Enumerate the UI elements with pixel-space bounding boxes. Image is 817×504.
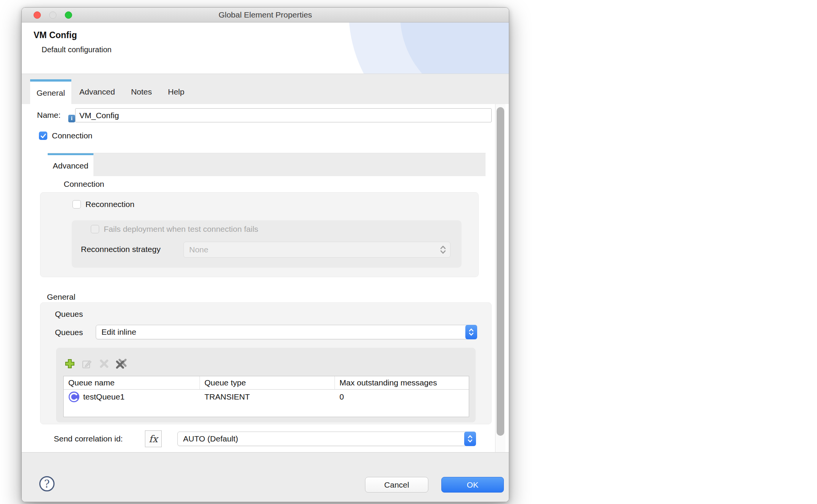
queues-label: Queues xyxy=(55,328,83,337)
name-label: Name: xyxy=(37,111,61,120)
title-bar[interactable]: Global Element Properties xyxy=(22,8,509,22)
queues-mode-select[interactable]: Edit inline xyxy=(96,325,477,339)
minimize-icon xyxy=(49,11,56,19)
connection-checkbox-label: Connection xyxy=(52,131,92,140)
name-input[interactable] xyxy=(75,108,492,122)
reconnection-checkbox-row[interactable]: Reconnection xyxy=(72,200,134,209)
tab-connection-advanced[interactable]: Advanced xyxy=(48,153,93,176)
general-group-label: General xyxy=(47,292,76,302)
fails-deployment-row: Fails deployment when test connection fa… xyxy=(91,225,258,234)
reconnection-strategy-select: None xyxy=(183,242,450,258)
general-tab-content: Name: i Connection Advanced Connection R… xyxy=(22,104,509,452)
tab-general[interactable]: General xyxy=(30,79,71,104)
ok-button[interactable]: OK xyxy=(441,477,504,493)
send-correlation-label: Send correlation id: xyxy=(54,434,123,443)
tab-help[interactable]: Help xyxy=(160,79,192,104)
close-icon[interactable] xyxy=(34,11,41,19)
add-queue-button[interactable] xyxy=(64,358,76,370)
connection-tab-strip: Advanced xyxy=(48,153,486,176)
table-row[interactable]: testQueue1 TRANSIENT 0 xyxy=(64,390,469,404)
edit-queue-button xyxy=(81,358,93,370)
chevron-updown-icon xyxy=(464,432,476,446)
chevron-updown-icon xyxy=(440,242,446,257)
window-title: Global Element Properties xyxy=(219,10,312,19)
edit-icon xyxy=(81,358,93,369)
connection-checkbox-row[interactable]: Connection xyxy=(39,131,92,140)
chevron-updown-icon xyxy=(465,325,477,339)
info-icon: i xyxy=(68,115,75,122)
dialog-header: VM Config Default configuration xyxy=(22,22,509,74)
queue-type-cell: TRANSIENT xyxy=(204,392,250,401)
global-element-properties-dialog: Global Element Properties VM Config Defa… xyxy=(21,7,509,502)
delete-all-icon xyxy=(115,358,127,369)
help-button[interactable]: ? xyxy=(39,476,55,491)
column-header-queue-name[interactable]: Queue name xyxy=(64,376,200,389)
column-header-max-outstanding[interactable]: Max outstanding messages xyxy=(335,376,469,389)
header-decoration xyxy=(400,22,509,74)
reconnection-strategy-label: Reconnection strategy xyxy=(81,245,161,254)
reconnection-label: Reconnection xyxy=(85,200,134,209)
queue-name-cell: testQueue1 xyxy=(83,392,125,401)
check-icon xyxy=(40,133,46,138)
column-header-queue-type[interactable]: Queue type xyxy=(200,376,335,389)
queue-max-cell: 0 xyxy=(339,392,344,401)
fx-expression-button[interactable]: fx xyxy=(145,430,162,447)
add-icon xyxy=(64,358,76,369)
reconnection-checkbox[interactable] xyxy=(72,200,81,209)
tab-bar: General Advanced Notes Help xyxy=(22,74,509,104)
queues-editor-panel: Queue name Queue type Max outstanding me… xyxy=(56,348,476,422)
send-correlation-value: AUTO (Default) xyxy=(183,434,238,443)
queue-icon xyxy=(68,391,80,403)
tab-notes[interactable]: Notes xyxy=(123,79,160,104)
queues-table: Queue name Queue type Max outstanding me… xyxy=(63,376,469,417)
vertical-scrollbar[interactable] xyxy=(495,104,505,452)
question-mark-icon: ? xyxy=(44,478,50,490)
delete-queue-button xyxy=(98,358,110,370)
scrollbar-thumb[interactable] xyxy=(497,107,504,436)
reconnection-strategy-value: None xyxy=(189,245,208,254)
fails-deployment-checkbox xyxy=(91,225,99,233)
send-correlation-select[interactable]: AUTO (Default) xyxy=(177,432,476,446)
queues-table-header: Queue name Queue type Max outstanding me… xyxy=(64,376,469,390)
queues-group-label: Queues xyxy=(55,310,83,319)
delete-icon xyxy=(99,358,109,369)
dialog-footer: ? Cancel OK xyxy=(22,452,509,502)
tab-advanced[interactable]: Advanced xyxy=(71,79,123,104)
fx-icon: fx xyxy=(149,433,158,445)
cancel-button[interactable]: Cancel xyxy=(365,477,428,493)
general-panel: Queues Queues Edit inline xyxy=(40,302,492,424)
zoom-icon[interactable] xyxy=(65,11,72,19)
fails-deployment-label: Fails deployment when test connection fa… xyxy=(104,225,258,234)
delete-all-queues-button[interactable] xyxy=(115,358,127,370)
queues-mode-value: Edit inline xyxy=(101,327,136,337)
reconnection-subpanel: Fails deployment when test connection fa… xyxy=(72,220,462,268)
connection-group-label: Connection xyxy=(64,180,104,189)
connection-checkbox[interactable] xyxy=(39,132,47,140)
reconnection-panel: Reconnection Fails deployment when test … xyxy=(40,192,479,277)
